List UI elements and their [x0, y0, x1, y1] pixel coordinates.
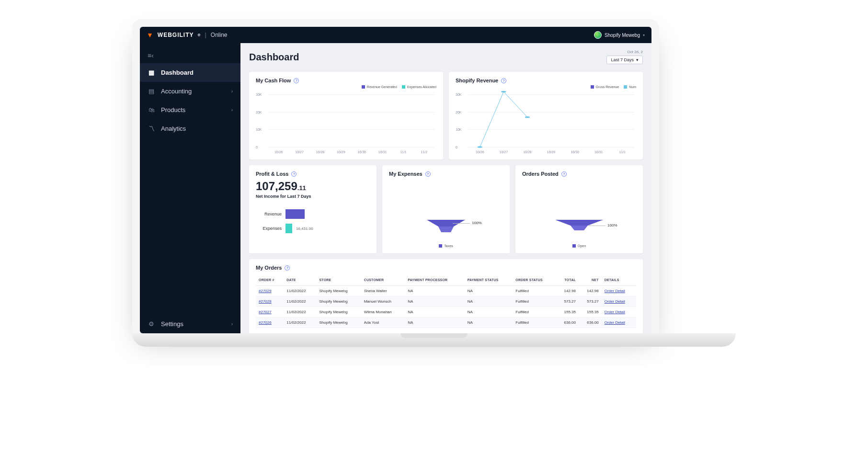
card-cash-flow: My Cash Flow? Revenue GeneratedExpenses … — [249, 72, 443, 159]
card-expenses: My Expenses? 100% Taxes — [382, 165, 510, 253]
brand-name: WEBGILITY — [158, 32, 194, 38]
card-title: Shopify Revenue — [456, 78, 498, 83]
col-order-status: ORDER STATUS — [513, 274, 556, 286]
sidebar-collapse-button[interactable]: ≡‹ — [140, 48, 240, 63]
nav-icon: ▦ — [148, 69, 155, 76]
swatch-icon — [572, 244, 576, 248]
nav-icon: 〽 — [148, 125, 155, 132]
nav-icon: ▤ — [148, 88, 155, 95]
swatch-icon — [402, 85, 405, 89]
card-profit-loss: Profit & Loss? 107,259.11 Net Income for… — [249, 165, 377, 253]
help-icon[interactable]: ? — [425, 171, 431, 177]
shopify-chart: 010K20K30K10/2610/2710/2810/2910/3010/31… — [456, 91, 636, 154]
order-id-link[interactable]: #27027 — [259, 310, 272, 314]
help-icon[interactable]: ? — [294, 78, 299, 83]
col-total: TOTAL — [556, 274, 579, 286]
chevron-down-icon: ▾ — [643, 33, 645, 37]
order-detail-link[interactable]: Order Detail — [605, 320, 625, 325]
chevron-right-icon: › — [231, 107, 233, 113]
funnel-icon — [555, 220, 603, 234]
card-title: My Orders — [256, 265, 282, 271]
topbar: ▼ WEBGILITY® | Online Shopify Mewebg ▾ — [140, 27, 651, 43]
table-row: #27029 11/02/2022 Shopify Mewebg Sheba W… — [256, 286, 636, 296]
account-name: Shopify Mewebg — [605, 33, 640, 38]
order-id-link[interactable]: #27028 — [259, 299, 272, 304]
order-detail-link[interactable]: Order Detail — [605, 289, 625, 293]
swatch-icon — [624, 85, 627, 89]
help-icon[interactable]: ? — [291, 171, 297, 177]
brand-mode: Online — [211, 32, 228, 38]
card-shopify-revenue: Shopify Revenue? Gross RevenueNum 010K20… — [449, 72, 643, 159]
card-orders-posted: Orders Posted? 100% Open — [515, 165, 643, 253]
col-payment-status: PAYMENT STATUS — [465, 274, 513, 286]
brand-reg: ® — [198, 33, 201, 37]
gear-icon: ⚙ — [148, 320, 155, 328]
sidebar-item-label: Accounting — [161, 88, 192, 95]
card-title: My Cash Flow — [256, 78, 291, 83]
swatch-icon — [591, 85, 594, 89]
brand-logo-icon: ▼ — [147, 31, 154, 39]
help-icon[interactable]: ? — [501, 78, 506, 83]
pl-subtitle: Net Income for Last 7 Days — [256, 194, 370, 199]
help-icon[interactable]: ? — [285, 265, 290, 271]
sidebar: ≡‹ ▦Dashboard▤Accounting›🛍Products›〽Anal… — [140, 43, 240, 333]
avatar-icon — [594, 31, 602, 39]
pl-expenses-label: Expenses — [256, 226, 282, 231]
svg-point-1 — [501, 91, 506, 92]
col-date: DATE — [284, 274, 316, 286]
sidebar-item-label: Settings — [161, 320, 183, 328]
order-id-link[interactable]: #27026 — [259, 320, 272, 325]
sidebar-item-label: Dashboard — [161, 69, 194, 76]
sidebar-item-label: Products — [161, 106, 185, 113]
svg-marker-4 — [438, 227, 454, 232]
swatch-icon — [439, 244, 442, 248]
sidebar-item-settings[interactable]: ⚙ Settings › — [140, 315, 240, 333]
card-title: My Expenses — [389, 171, 423, 177]
card-title: Profit & Loss — [256, 171, 288, 177]
date-stamp: Oct 26, 2 — [606, 50, 643, 54]
table-row: #27027 11/02/2022 Shopify Mewebg Wilma M… — [256, 307, 636, 317]
order-detail-link[interactable]: Order Detail — [605, 299, 625, 304]
card-title: Orders Posted — [522, 171, 559, 177]
col-store: STORE — [317, 274, 361, 286]
brand: ▼ WEBGILITY® | Online — [147, 31, 227, 39]
main-content: Dashboard Oct 26, 2 Last 7 Days ▾ My Cas… — [240, 43, 651, 333]
pl-expenses-bar — [286, 224, 292, 233]
date-range-select[interactable]: Last 7 Days ▾ — [606, 56, 643, 64]
sidebar-item-products[interactable]: 🛍Products› — [140, 101, 240, 119]
col-net: NET — [579, 274, 602, 286]
chevron-right-icon: › — [231, 321, 233, 327]
sidebar-item-dashboard[interactable]: ▦Dashboard — [140, 63, 240, 82]
nav-icon: 🛍 — [148, 106, 155, 113]
orders-table: ORDER #DATESTORECUSTOMERPAYMENT PROCESSO… — [256, 274, 636, 328]
svg-marker-6 — [571, 226, 588, 230]
svg-point-2 — [525, 116, 530, 118]
pl-expenses-value: 16,431.00 — [296, 227, 313, 231]
sidebar-item-accounting[interactable]: ▤Accounting› — [140, 82, 240, 101]
pl-revenue-label: Revenue — [256, 212, 282, 216]
col-customer: CUSTOMER — [361, 274, 405, 286]
help-icon[interactable]: ? — [561, 171, 567, 177]
svg-marker-5 — [555, 220, 603, 226]
card-orders: My Orders? ORDER #DATESTORECUSTOMERPAYME… — [249, 259, 643, 333]
order-id-link[interactable]: #27029 — [259, 289, 272, 293]
pl-revenue-bar — [286, 209, 305, 219]
page-title: Dashboard — [249, 52, 299, 63]
col-details: DETAILS — [602, 274, 636, 286]
sidebar-item-analytics[interactable]: 〽Analytics — [140, 119, 240, 138]
col-payment-processor: PAYMENT PROCESSOR — [405, 274, 465, 286]
funnel-icon — [427, 220, 465, 234]
sidebar-item-label: Analytics — [161, 125, 186, 132]
cashflow-chart: 010K20K30K10/2610/2710/2810/2910/3010/31… — [256, 91, 436, 154]
orders-posted-pct: 100% — [607, 223, 617, 227]
col-order-: ORDER # — [256, 274, 284, 286]
pl-value: 107,259.11 — [256, 180, 370, 193]
table-row: #27026 11/02/2022 Shopify Mewebg Ada Yos… — [256, 317, 636, 328]
swatch-icon — [362, 85, 365, 89]
account-switcher[interactable]: Shopify Mewebg ▾ — [594, 31, 645, 39]
svg-point-0 — [478, 146, 482, 147]
chevron-right-icon: › — [231, 89, 233, 94]
order-detail-link[interactable]: Order Detail — [605, 310, 625, 314]
expenses-pct: 100% — [472, 221, 481, 225]
table-row: #27028 11/02/2022 Shopify Mewebg Manuel … — [256, 296, 636, 307]
